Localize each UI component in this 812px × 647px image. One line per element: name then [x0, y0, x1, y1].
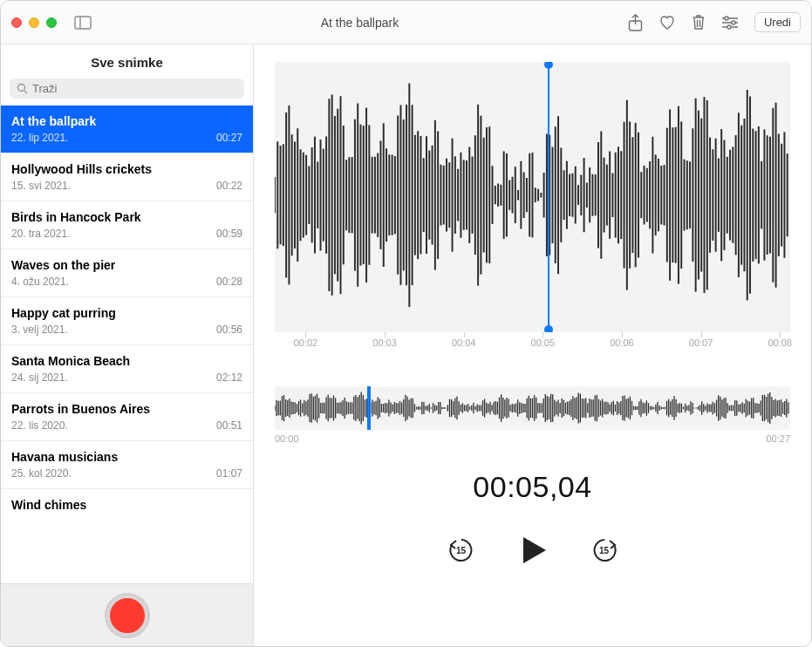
item-title: Hollywood Hills crickets — [11, 162, 242, 176]
delete-button[interactable] — [692, 14, 706, 31]
item-title: Happy cat purring — [11, 306, 242, 320]
list-item[interactable]: At the ballpark 22. lip 2021.00:27 — [1, 106, 253, 153]
ruler-tick-label: 00:03 — [372, 337, 397, 348]
overview-end-label: 00:27 — [766, 433, 790, 444]
share-icon — [628, 14, 643, 31]
svg-line-12 — [24, 91, 27, 93]
list-item[interactable]: Happy cat purring 3. velj 2021.00:56 — [1, 297, 253, 345]
ruler-tick-label: 00:02 — [294, 337, 318, 348]
item-duration: 01:07 — [216, 467, 242, 480]
play-button[interactable] — [516, 534, 549, 567]
list-item[interactable]: Waves on the pier 4. ožu 2021.00:28 — [1, 249, 253, 297]
recordings-list: At the ballpark 22. lip 2021.00:27 Holly… — [1, 106, 253, 583]
list-item[interactable]: Hollywood Hills crickets 15. svi 2021.00… — [1, 153, 253, 201]
overview-playhead[interactable] — [367, 386, 371, 430]
svg-marker-473 — [523, 537, 546, 563]
item-date: 15. svi 2021. — [11, 180, 71, 192]
minimize-window-button[interactable] — [29, 17, 39, 28]
item-date: 20. tra 2021. — [11, 228, 70, 240]
waveform-zoom[interactable] — [275, 62, 790, 332]
item-title: At the ballpark — [11, 114, 242, 128]
time-ruler[interactable]: 00:0200:0300:0400:0500:0600:0700:08 — [275, 332, 790, 355]
svg-point-11 — [18, 85, 25, 92]
favorite-button[interactable] — [658, 15, 676, 31]
ruler-tick-label: 00:07 — [689, 337, 713, 348]
search-field[interactable] — [32, 82, 237, 95]
play-icon — [516, 534, 549, 567]
waveform-overview[interactable] — [275, 386, 790, 430]
item-title: Santa Monica Beach — [11, 354, 242, 368]
search-input[interactable] — [10, 78, 244, 99]
item-duration: 00:59 — [216, 228, 242, 240]
svg-point-8 — [732, 21, 735, 24]
sliders-icon — [721, 16, 739, 30]
list-item[interactable]: Havana musicians 25. kol 2020.01:07 — [1, 441, 253, 489]
item-duration: 02:12 — [216, 371, 242, 384]
ruler-tick-label: 00:05 — [531, 337, 556, 348]
sidebar-toggle-button[interactable] — [74, 16, 92, 30]
window-title: At the ballpark — [92, 16, 628, 30]
trash-icon — [692, 14, 706, 31]
toolbar-right: Uredi — [628, 12, 801, 32]
skip-forward-amount: 15 — [599, 546, 609, 555]
item-date: 3. velj 2021. — [11, 324, 68, 336]
transport-controls: 15 15 — [275, 534, 790, 567]
list-item[interactable]: Wind chimes — [1, 489, 253, 521]
list-item[interactable]: Santa Monica Beach 24. sij 2021.02:12 — [1, 345, 253, 393]
item-title: Waves on the pier — [11, 258, 242, 272]
item-date: 24. sij 2021. — [11, 371, 68, 384]
sidebar: Sve snimke At the ballpark 22. lip 2021.… — [1, 44, 254, 646]
svg-rect-0 — [75, 17, 91, 29]
item-duration: 00:27 — [216, 132, 242, 144]
timecode: 00:05,04 — [275, 470, 790, 504]
skip-back-amount: 15 — [456, 546, 466, 555]
waveform-zoom-graphic — [275, 62, 790, 328]
sidebar-header: Sve snimke — [1, 44, 253, 78]
item-title: Havana musicians — [11, 450, 242, 464]
ruler-tick-label: 00:04 — [452, 337, 476, 348]
item-duration: 00:51 — [216, 419, 242, 432]
item-date: 25. kol 2020. — [11, 467, 72, 480]
skip-back-button[interactable]: 15 — [447, 535, 476, 565]
record-area — [1, 583, 253, 646]
close-window-button[interactable] — [11, 17, 22, 28]
item-title: Wind chimes — [11, 498, 242, 512]
waveform-overview-graphic — [275, 386, 790, 430]
edit-button[interactable]: Uredi — [754, 12, 801, 32]
overview-start-label: 00:00 — [275, 433, 299, 444]
heart-icon — [658, 15, 676, 31]
item-duration: 00:22 — [216, 180, 242, 192]
item-date: 22. lis 2020. — [11, 419, 68, 432]
playhead[interactable] — [548, 62, 549, 332]
fullscreen-window-button[interactable] — [46, 17, 57, 28]
list-item[interactable]: Birds in Hancock Park 20. tra 2021.00:59 — [1, 201, 253, 249]
item-duration: 00:56 — [216, 324, 242, 336]
svg-point-6 — [725, 17, 728, 20]
item-date: 4. ožu 2021. — [11, 276, 69, 288]
skip-forward-button[interactable]: 15 — [590, 535, 619, 565]
share-button[interactable] — [628, 14, 643, 31]
playback-options-button[interactable] — [721, 16, 739, 30]
sidebar-icon — [74, 16, 92, 30]
record-button[interactable] — [107, 596, 147, 636]
item-title: Parrots in Buenos Aires — [11, 402, 242, 416]
item-date: 22. lip 2021. — [11, 132, 68, 144]
item-title: Birds in Hancock Park — [11, 210, 242, 224]
search-icon — [17, 83, 28, 94]
editor-pane: 00:0200:0300:0400:0500:0600:0700:08 00:0… — [254, 44, 811, 646]
item-duration: 00:28 — [216, 276, 242, 288]
ruler-tick-label: 00:06 — [610, 337, 634, 348]
titlebar: At the ballpark Uredi — [1, 1, 811, 44]
window-controls — [11, 17, 57, 28]
list-item[interactable]: Parrots in Buenos Aires 22. lis 2020.00:… — [1, 393, 253, 441]
ruler-tick-label: 00:08 — [768, 337, 792, 348]
svg-point-10 — [727, 25, 731, 29]
